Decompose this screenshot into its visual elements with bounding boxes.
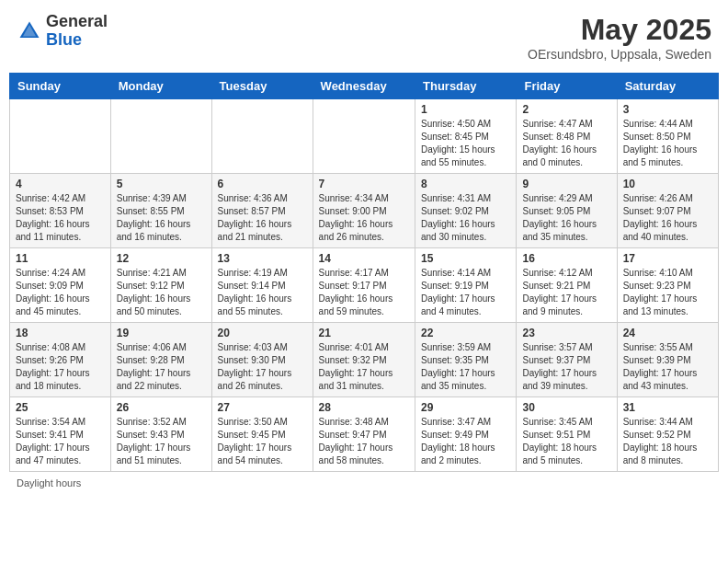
day-number: 8 bbox=[421, 178, 510, 190]
day-number: 25 bbox=[16, 401, 105, 414]
day-number: 22 bbox=[421, 327, 510, 339]
calendar-cell: 8Sunrise: 4:31 AM Sunset: 9:02 PM Daylig… bbox=[415, 174, 517, 248]
calendar-cell bbox=[110, 99, 211, 174]
day-info: Sunrise: 3:45 AM Sunset: 9:51 PM Dayligh… bbox=[522, 416, 610, 467]
calendar-cell: 5Sunrise: 4:39 AM Sunset: 8:55 PM Daylig… bbox=[110, 174, 211, 248]
calendar-cell: 9Sunrise: 4:29 AM Sunset: 9:05 PM Daylig… bbox=[517, 174, 617, 248]
calendar-cell bbox=[313, 99, 415, 174]
day-number: 11 bbox=[16, 252, 105, 265]
day-number: 15 bbox=[421, 252, 510, 265]
calendar-cell: 13Sunrise: 4:19 AM Sunset: 9:14 PM Dayli… bbox=[211, 248, 313, 323]
day-info: Sunrise: 4:39 AM Sunset: 8:55 PM Dayligh… bbox=[117, 192, 206, 244]
calendar-week-row: 1Sunrise: 4:50 AM Sunset: 8:45 PM Daylig… bbox=[10, 99, 719, 174]
calendar-cell: 20Sunrise: 4:03 AM Sunset: 9:30 PM Dayli… bbox=[211, 323, 313, 397]
logo: General Blue bbox=[17, 13, 108, 50]
day-info: Sunrise: 4:03 AM Sunset: 9:30 PM Dayligh… bbox=[218, 341, 307, 393]
day-info: Sunrise: 3:59 AM Sunset: 9:35 PM Dayligh… bbox=[421, 341, 510, 393]
day-number: 4 bbox=[16, 178, 105, 190]
day-number: 30 bbox=[522, 401, 610, 414]
calendar-cell: 21Sunrise: 4:01 AM Sunset: 9:32 PM Dayli… bbox=[313, 323, 415, 397]
footer-note: Daylight hours bbox=[9, 477, 719, 488]
calendar-cell: 7Sunrise: 4:34 AM Sunset: 9:00 PM Daylig… bbox=[313, 174, 415, 248]
calendar-cell: 10Sunrise: 4:26 AM Sunset: 9:07 PM Dayli… bbox=[617, 174, 718, 248]
day-number: 28 bbox=[319, 401, 409, 414]
day-info: Sunrise: 3:44 AM Sunset: 9:52 PM Dayligh… bbox=[623, 416, 712, 467]
calendar-cell: 19Sunrise: 4:06 AM Sunset: 9:28 PM Dayli… bbox=[110, 323, 211, 397]
calendar-cell: 2Sunrise: 4:47 AM Sunset: 8:48 PM Daylig… bbox=[517, 99, 617, 174]
calendar-cell: 11Sunrise: 4:24 AM Sunset: 9:09 PM Dayli… bbox=[10, 248, 111, 323]
day-number: 21 bbox=[319, 327, 409, 339]
calendar-cell: 26Sunrise: 3:52 AM Sunset: 9:43 PM Dayli… bbox=[110, 397, 211, 472]
day-number: 19 bbox=[117, 327, 206, 339]
calendar-day-header: Monday bbox=[110, 74, 211, 99]
page-header: General Blue May 2025 OErsundsbro, Uppsa… bbox=[9, 9, 719, 65]
day-number: 20 bbox=[218, 327, 307, 339]
day-info: Sunrise: 3:55 AM Sunset: 9:39 PM Dayligh… bbox=[623, 341, 712, 393]
day-info: Sunrise: 4:47 AM Sunset: 8:48 PM Dayligh… bbox=[522, 118, 610, 169]
day-info: Sunrise: 4:34 AM Sunset: 9:00 PM Dayligh… bbox=[319, 192, 409, 244]
calendar-cell bbox=[211, 99, 313, 174]
calendar-week-row: 25Sunrise: 3:54 AM Sunset: 9:41 PM Dayli… bbox=[10, 397, 719, 472]
calendar-cell bbox=[10, 99, 111, 174]
day-number: 2 bbox=[522, 103, 610, 116]
calendar-cell: 6Sunrise: 4:36 AM Sunset: 8:57 PM Daylig… bbox=[211, 174, 313, 248]
logo-general: General bbox=[46, 13, 108, 31]
month-year: May 2025 bbox=[528, 13, 711, 47]
title-section: May 2025 OErsundsbro, Uppsala, Sweden bbox=[528, 13, 711, 62]
day-number: 18 bbox=[16, 327, 105, 339]
day-info: Sunrise: 4:08 AM Sunset: 9:26 PM Dayligh… bbox=[16, 341, 105, 393]
calendar-week-row: 18Sunrise: 4:08 AM Sunset: 9:26 PM Dayli… bbox=[10, 323, 719, 397]
day-info: Sunrise: 3:57 AM Sunset: 9:37 PM Dayligh… bbox=[522, 341, 610, 393]
day-info: Sunrise: 4:42 AM Sunset: 8:53 PM Dayligh… bbox=[16, 192, 105, 244]
day-info: Sunrise: 4:44 AM Sunset: 8:50 PM Dayligh… bbox=[623, 118, 712, 169]
day-info: Sunrise: 3:52 AM Sunset: 9:43 PM Dayligh… bbox=[117, 416, 206, 467]
day-info: Sunrise: 4:26 AM Sunset: 9:07 PM Dayligh… bbox=[623, 192, 712, 244]
day-number: 7 bbox=[319, 178, 409, 190]
calendar-cell: 12Sunrise: 4:21 AM Sunset: 9:12 PM Dayli… bbox=[110, 248, 211, 323]
calendar-cell: 18Sunrise: 4:08 AM Sunset: 9:26 PM Dayli… bbox=[10, 323, 111, 397]
calendar-cell: 25Sunrise: 3:54 AM Sunset: 9:41 PM Dayli… bbox=[10, 397, 111, 472]
day-info: Sunrise: 4:36 AM Sunset: 8:57 PM Dayligh… bbox=[218, 192, 307, 244]
day-info: Sunrise: 4:12 AM Sunset: 9:21 PM Dayligh… bbox=[522, 267, 610, 318]
day-number: 16 bbox=[522, 252, 610, 265]
calendar-cell: 23Sunrise: 3:57 AM Sunset: 9:37 PM Dayli… bbox=[517, 323, 617, 397]
calendar-cell: 17Sunrise: 4:10 AM Sunset: 9:23 PM Dayli… bbox=[617, 248, 718, 323]
day-info: Sunrise: 3:48 AM Sunset: 9:47 PM Dayligh… bbox=[319, 416, 409, 467]
calendar-cell: 28Sunrise: 3:48 AM Sunset: 9:47 PM Dayli… bbox=[313, 397, 415, 472]
calendar-week-row: 4Sunrise: 4:42 AM Sunset: 8:53 PM Daylig… bbox=[10, 174, 719, 248]
logo-blue-text: Blue bbox=[46, 31, 108, 50]
day-info: Sunrise: 4:10 AM Sunset: 9:23 PM Dayligh… bbox=[623, 267, 712, 318]
day-info: Sunrise: 4:50 AM Sunset: 8:45 PM Dayligh… bbox=[421, 118, 510, 169]
day-info: Sunrise: 4:31 AM Sunset: 9:02 PM Dayligh… bbox=[421, 192, 510, 244]
day-number: 10 bbox=[623, 178, 712, 190]
calendar-cell: 4Sunrise: 4:42 AM Sunset: 8:53 PM Daylig… bbox=[10, 174, 111, 248]
day-number: 3 bbox=[623, 103, 712, 116]
day-number: 29 bbox=[421, 401, 510, 414]
day-number: 14 bbox=[319, 252, 409, 265]
logo-text: General Blue bbox=[46, 13, 108, 50]
calendar-day-header: Friday bbox=[517, 74, 617, 99]
calendar-cell: 27Sunrise: 3:50 AM Sunset: 9:45 PM Dayli… bbox=[211, 397, 313, 472]
day-info: Sunrise: 4:17 AM Sunset: 9:17 PM Dayligh… bbox=[319, 267, 409, 318]
calendar-cell: 3Sunrise: 4:44 AM Sunset: 8:50 PM Daylig… bbox=[617, 99, 718, 174]
calendar-cell: 31Sunrise: 3:44 AM Sunset: 9:52 PM Dayli… bbox=[617, 397, 718, 472]
day-info: Sunrise: 4:29 AM Sunset: 9:05 PM Dayligh… bbox=[522, 192, 610, 244]
calendar-cell: 14Sunrise: 4:17 AM Sunset: 9:17 PM Dayli… bbox=[313, 248, 415, 323]
day-info: Sunrise: 3:54 AM Sunset: 9:41 PM Dayligh… bbox=[16, 416, 105, 467]
calendar-week-row: 11Sunrise: 4:24 AM Sunset: 9:09 PM Dayli… bbox=[10, 248, 719, 323]
day-number: 12 bbox=[117, 252, 206, 265]
day-number: 27 bbox=[218, 401, 307, 414]
calendar-cell: 24Sunrise: 3:55 AM Sunset: 9:39 PM Dayli… bbox=[617, 323, 718, 397]
day-info: Sunrise: 4:01 AM Sunset: 9:32 PM Dayligh… bbox=[319, 341, 409, 393]
day-number: 5 bbox=[117, 178, 206, 190]
day-number: 9 bbox=[522, 178, 610, 190]
calendar-day-header: Wednesday bbox=[313, 74, 415, 99]
location: OErsundsbro, Uppsala, Sweden bbox=[528, 47, 711, 62]
day-number: 17 bbox=[623, 252, 712, 265]
day-info: Sunrise: 4:14 AM Sunset: 9:19 PM Dayligh… bbox=[421, 267, 510, 318]
logo-icon bbox=[17, 18, 42, 44]
day-info: Sunrise: 3:47 AM Sunset: 9:49 PM Dayligh… bbox=[421, 416, 510, 467]
day-number: 23 bbox=[522, 327, 610, 339]
day-info: Sunrise: 4:24 AM Sunset: 9:09 PM Dayligh… bbox=[16, 267, 105, 318]
calendar-day-header: Thursday bbox=[415, 74, 517, 99]
